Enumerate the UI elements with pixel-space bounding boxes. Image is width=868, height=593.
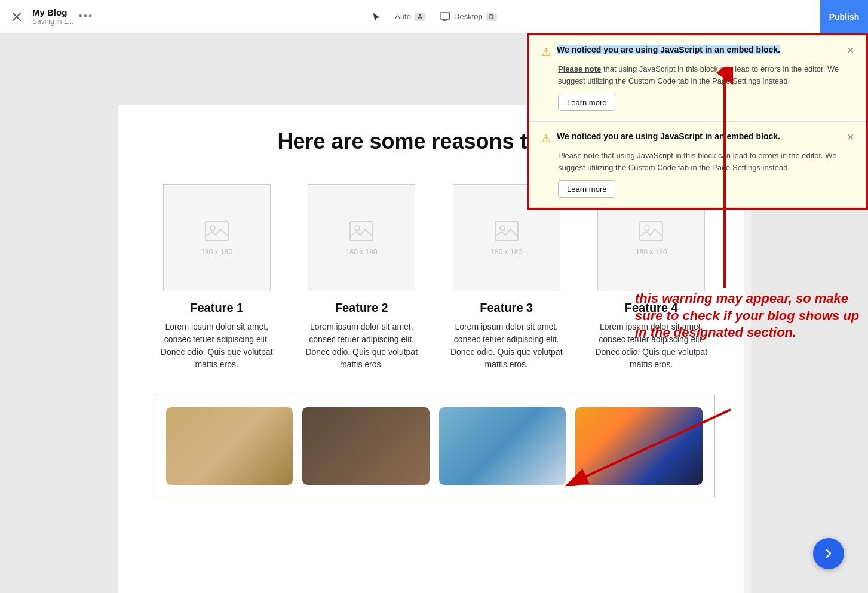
notification-1-header: ⚠ We noticed you are using JavaScript in… [541,45,854,59]
svg-point-8 [645,226,649,231]
blog-card-2-image [302,407,430,485]
feature-3-img-label: 180 x 180 [490,248,522,256]
feature-item-4: 180 x 180 Feature 4 Lorem ipsum dolor si… [588,184,715,371]
desktop-mode-label: Desktop [454,12,483,21]
desktop-mode-button[interactable]: Desktop D [440,12,497,21]
notification-1-body: Please note that using JavaScript in thi… [558,63,854,87]
close-notification-2-button[interactable]: ✕ [846,131,854,143]
notification-2-header: ⚠ We noticed you are using JavaScript in… [541,131,854,145]
blog-card-1-image [166,407,293,485]
scroll-right-button[interactable] [813,538,844,569]
feature-2-title: Feature 2 [335,301,388,315]
svg-rect-5 [495,222,518,241]
notifications-container: ⚠ We noticed you are using JavaScript in… [527,33,868,210]
feature-3-desc: Lorem ipsum dolor sit amet, consec tetue… [443,321,571,371]
topbar-left: My Blog Saving in 1... ••• [10,7,93,26]
feature-2-img-label: 180 x 180 [346,248,378,256]
blog-card-4-image [575,407,703,485]
blog-grid [166,407,703,485]
notification-2-title: We noticed you are using JavaScript in a… [557,131,841,141]
feature-1-img-label: 180 x 180 [201,248,232,256]
blog-card-3[interactable] [439,407,566,485]
learn-more-button-2[interactable]: Learn more [558,180,615,198]
notification-panel-2: ⚠ We noticed you are using JavaScript in… [529,122,866,208]
feature-4-title: Feature 4 [625,301,678,315]
warning-icon-1: ⚠ [541,45,551,59]
feature-item-1: 180 x 180 Feature 1 Lorem ipsum dolor si… [154,184,281,371]
learn-more-button-1[interactable]: Learn more [558,94,615,111]
feature-2-image: 180 x 180 [308,184,415,291]
feature-4-img-label: 180 x 180 [636,248,667,256]
svg-rect-3 [350,222,373,241]
blog-card-4[interactable] [575,407,703,485]
feature-4-desc: Lorem ipsum dolor sit amet, consec tetue… [588,321,715,371]
topbar-center: Auto A Desktop D [371,12,496,21]
feature-1-image: 180 x 180 [163,184,271,291]
canvas-area: Here are some reasons to sign 180 x 180 … [0,33,868,593]
chevron-right-icon [821,546,836,561]
blog-card-2[interactable] [302,407,430,485]
svg-rect-7 [640,222,662,241]
svg-rect-1 [206,222,228,241]
blog-card-3-image [439,407,566,485]
desktop-icon [440,12,450,21]
notification-panel-1: ⚠ We noticed you are using JavaScript in… [529,35,866,122]
options-button[interactable]: ••• [78,10,93,23]
feature-item-2: 180 x 180 Feature 2 Lorem ipsum dolor si… [298,184,425,371]
close-notification-1-button[interactable]: ✕ [846,45,854,56]
close-button[interactable] [10,10,24,24]
feature-item-3: 180 x 180 Feature 3 Lorem ipsum dolor si… [443,184,571,371]
publish-button[interactable]: Publish [820,0,868,33]
notification-1-title-highlight: We noticed you are using JavaScript in a… [557,45,780,54]
saving-text: Saving in 1... [32,17,73,26]
desktop-mode-badge: D [486,13,497,21]
blog-card-1[interactable] [166,407,293,485]
auto-mode-button[interactable]: Auto A [395,12,425,21]
feature-1-desc: Lorem ipsum dolor sit amet, consec tetue… [154,321,281,371]
auto-mode-badge: A [415,13,425,21]
notification-2-body: Please note that using JavaScript in thi… [558,150,854,173]
notification-1-highlight: Please note [558,64,601,73]
cursor-mode-button[interactable] [371,12,381,21]
warning-icon-2: ⚠ [541,132,551,145]
svg-point-6 [500,226,505,231]
publish-label: Publish [829,12,860,21]
blog-title: My Blog [32,7,73,17]
feature-2-desc: Lorem ipsum dolor sit amet, consec tetue… [298,321,425,371]
svg-point-4 [355,226,360,231]
svg-point-2 [210,226,215,231]
svg-rect-0 [440,13,450,19]
blog-section [154,395,715,497]
feature-1-title: Feature 1 [190,301,243,315]
topbar: My Blog Saving in 1... ••• Auto A Deskto… [0,0,868,33]
notification-1-title: We noticed you are using JavaScript in a… [557,45,841,54]
cursor-icon [371,12,381,21]
auto-mode-label: Auto [395,12,411,21]
feature-3-title: Feature 3 [480,301,533,315]
